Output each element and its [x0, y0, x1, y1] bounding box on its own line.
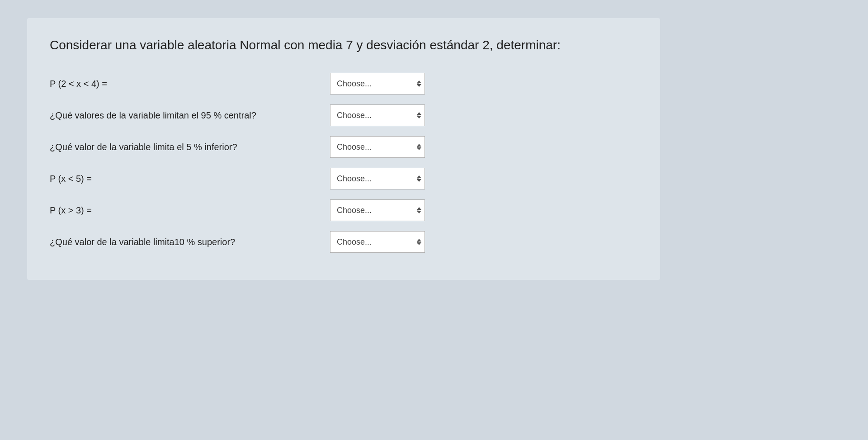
questions-container: P (2 < x < 4) =Choose...0.06680.15870.84… [50, 72, 637, 254]
question-row-5: P (x > 3) =Choose...0.06680.15870.84130.… [50, 199, 637, 222]
question-row-3: ¿Qué valor de la variable limita el 5 % … [50, 135, 637, 159]
question-row-6: ¿Qué valor de la variable limita10 % sup… [50, 230, 637, 254]
question-label-4: P (x < 5) = [50, 174, 330, 184]
question-row-1: P (2 < x < 4) =Choose...0.06680.15870.84… [50, 72, 637, 95]
dropdown-container-2: Choose...0.06680.15870.84130.93323, 112.… [330, 104, 425, 126]
dropdown-container-5: Choose...0.06680.15870.84130.93323, 112.… [330, 199, 425, 221]
question-row-2: ¿Qué valores de la variable limitan el 9… [50, 104, 637, 127]
dropdown-container-4: Choose...0.06680.15870.84130.93323, 112.… [330, 168, 425, 189]
dropdown-2[interactable]: Choose...0.06680.15870.84130.93323, 112.… [330, 104, 425, 126]
question-row-4: P (x < 5) =Choose...0.06680.15870.84130.… [50, 167, 637, 190]
dropdown-1[interactable]: Choose...0.06680.15870.84130.93323, 112.… [330, 73, 425, 95]
main-container: Considerar una variable aleatoria Normal… [27, 18, 660, 280]
dropdown-container-6: Choose...0.06680.15870.84130.93323, 112.… [330, 231, 425, 253]
dropdown-3[interactable]: Choose...0.06680.15870.84130.93323, 112.… [330, 136, 425, 158]
question-label-2: ¿Qué valores de la variable limitan el 9… [50, 110, 330, 121]
question-label-5: P (x > 3) = [50, 205, 330, 216]
page-title: Considerar una variable aleatoria Normal… [50, 36, 637, 54]
question-label-6: ¿Qué valor de la variable limita10 % sup… [50, 237, 330, 247]
dropdown-container-3: Choose...0.06680.15870.84130.93323, 112.… [330, 136, 425, 158]
question-label-1: P (2 < x < 4) = [50, 79, 330, 89]
question-label-3: ¿Qué valor de la variable limita el 5 % … [50, 142, 330, 152]
dropdown-container-1: Choose...0.06680.15870.84130.93323, 112.… [330, 73, 425, 95]
dropdown-6[interactable]: Choose...0.06680.15870.84130.93323, 112.… [330, 231, 425, 253]
dropdown-4[interactable]: Choose...0.06680.15870.84130.93323, 112.… [330, 168, 425, 189]
dropdown-5[interactable]: Choose...0.06680.15870.84130.93323, 112.… [330, 199, 425, 221]
